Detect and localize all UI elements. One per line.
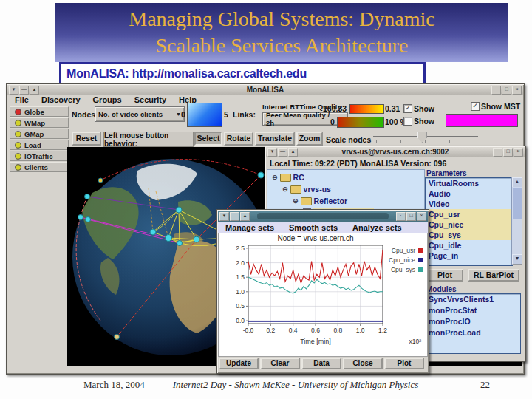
parameter-item-video[interactable]: Video: [426, 199, 512, 209]
tree-node-label: Reflector: [314, 197, 348, 205]
chart-menu-analyze-sets[interactable]: Analyze sets: [352, 223, 402, 232]
window-menu-icon[interactable]: ▾: [267, 148, 277, 157]
scroll-down-icon[interactable]: ▼: [512, 254, 522, 265]
tree-node-reflector[interactable]: ⊖Reflector: [267, 195, 424, 207]
window-menu-icon[interactable]: ▾: [9, 86, 18, 95]
chart-menu-smooth-sets[interactable]: Smooth sets: [289, 223, 338, 232]
show-mst-label: Show MST: [481, 102, 520, 111]
quality2-show-checkbox[interactable]: [403, 117, 412, 126]
window-minimize-icon[interactable]: —: [230, 212, 239, 221]
parameter-item-audio[interactable]: Audio: [426, 188, 512, 199]
rl-barplot-button[interactable]: RL BarPlot: [468, 269, 519, 282]
mode-zoom-button[interactable]: Zoom: [296, 132, 323, 146]
folder-icon: [290, 185, 301, 194]
tree-toggle-icon[interactable]: ⊖: [272, 174, 278, 181]
iconify-icon[interactable]: ·: [396, 212, 406, 221]
window-maximize-icon[interactable]: ▴: [30, 86, 39, 95]
window-maximize-icon[interactable]: ▴: [240, 212, 250, 221]
window-maximize-icon[interactable]: ▴: [288, 148, 298, 157]
tree-toggle-icon[interactable]: ⊖: [293, 197, 299, 205]
scrollbar-thumb[interactable]: [512, 187, 522, 219]
quality1-color-scale: [349, 104, 384, 114]
module-item-syncvrvsclients1[interactable]: SyncVrvsClients1: [426, 294, 520, 305]
menu-file[interactable]: File: [15, 95, 29, 104]
links-dropdown[interactable]: Peer Mean quality / 2h ▼: [262, 112, 348, 126]
parameter-item-cpu_usr[interactable]: Cpu_usr: [426, 209, 512, 219]
chart-data-button[interactable]: Data: [301, 358, 341, 369]
chart-menu-manage-sets[interactable]: Manage sets: [225, 223, 274, 232]
close-icon[interactable]: ×: [512, 86, 522, 95]
view-tab-wmap[interactable]: WMap: [10, 117, 69, 128]
svg-text:1.0: 1.0: [356, 327, 365, 334]
scroll-up-icon[interactable]: ▲: [512, 177, 522, 188]
restore-icon[interactable]: □: [406, 212, 416, 221]
mode-translate-button[interactable]: Translate: [255, 132, 295, 146]
tree-toggle-icon[interactable]: ⊖: [282, 185, 288, 193]
svg-text:-0.0: -0.0: [243, 327, 254, 334]
slider-thumb[interactable]: [417, 132, 427, 143]
parameters-list: VirtualRoomsAudioVideoCpu_usrCpu_niceCpu…: [425, 177, 513, 266]
restore-icon[interactable]: □: [503, 148, 513, 157]
mode-rotate-button[interactable]: Rotate: [224, 132, 253, 146]
module-item-monprocload[interactable]: monProcLoad: [426, 327, 520, 338]
nodes-dropdown[interactable]: No. of video clients ▼: [95, 106, 185, 122]
window-minimize-icon[interactable]: —: [19, 86, 29, 95]
view-tab-clients[interactable]: Clients: [10, 162, 69, 172]
view-tab-gmap[interactable]: GMap: [10, 129, 69, 139]
chart-update-button[interactable]: Update: [219, 358, 259, 369]
footer-credit: Internet2 Day - Shawn McKee - University…: [133, 379, 458, 391]
show-mst-checkbox[interactable]: ✓: [471, 102, 480, 111]
iconify-icon[interactable]: ·: [493, 148, 502, 157]
svg-text:2.0: 2.0: [236, 259, 245, 267]
mst-color-bar: [446, 114, 518, 127]
nodes-scale-min: 0: [181, 110, 185, 119]
chart-clear-button[interactable]: Clear: [260, 358, 300, 369]
scale-nodes-label: Scale nodes: [326, 135, 371, 144]
window-minimize-icon[interactable]: —: [278, 148, 287, 157]
chart-close-button[interactable]: Close: [343, 358, 383, 369]
dropdown-arrow-icon: ▼: [176, 112, 181, 117]
footer-page-number: 22: [480, 379, 490, 391]
links-dropdown-value: Peer Mean quality / 2h: [266, 111, 339, 127]
view-tab-label: Load: [24, 141, 41, 149]
quality2-min: 0: [330, 117, 335, 126]
svg-text:Cpu_nice: Cpu_nice: [389, 256, 415, 264]
service-window-titlebar[interactable]: ▾ — ▴ vrvs-us@vrvs-us.cern.ch:9002 · □ ×: [266, 147, 525, 157]
menu-security[interactable]: Security: [134, 95, 166, 104]
led-status-icon: [15, 131, 21, 137]
close-icon[interactable]: ×: [514, 148, 523, 157]
view-tab-iotraffic[interactable]: IOTraffic: [10, 151, 69, 161]
tree-node-rc[interactable]: ⊖RC: [267, 171, 424, 183]
iconify-icon[interactable]: ·: [491, 86, 501, 95]
chart-window-titlebar[interactable]: ▾ — ▴ · □ ×: [218, 211, 428, 222]
mode-select-button[interactable]: Select: [194, 132, 222, 146]
parameter-item-page_in[interactable]: Page_in: [426, 250, 512, 261]
module-item-monprocio[interactable]: monProcIO: [426, 316, 520, 327]
parameter-item-cpu_idle[interactable]: Cpu_idle: [426, 240, 512, 250]
plot-button[interactable]: Plot: [426, 269, 463, 282]
window-menu-icon[interactable]: ▾: [219, 212, 229, 221]
menu-discovery[interactable]: Discovery: [41, 95, 81, 104]
parameters-scrollbar[interactable]: ▲ ▼: [511, 177, 522, 265]
view-tab-globe[interactable]: Globe: [10, 106, 69, 117]
menu-groups[interactable]: Groups: [93, 95, 122, 104]
quality1-show-checkbox[interactable]: ✓: [403, 104, 412, 113]
parameters-label: Parameters: [426, 169, 466, 177]
view-tab-label: IOTraffic: [24, 152, 53, 160]
slide-title-line2: Scalable Services Architecture: [155, 33, 408, 59]
svg-text:0.5: 0.5: [236, 302, 245, 310]
parameter-item-virtualrooms[interactable]: VirtualRooms: [426, 178, 512, 188]
folder-icon: [301, 197, 312, 205]
svg-text:Cpu_sys: Cpu_sys: [391, 266, 415, 273]
close-icon[interactable]: ×: [417, 212, 426, 221]
parameter-item-cpu_nice[interactable]: Cpu_nice: [426, 219, 512, 230]
chart-plot-button[interactable]: Plot: [384, 358, 424, 369]
scale-nodes-slider[interactable]: [372, 132, 480, 145]
restore-icon[interactable]: □: [502, 86, 511, 95]
slide-title: Managing Global Systems: Dynamic Scalabl…: [55, 3, 508, 62]
tree-node-vrvs-us[interactable]: ⊖vrvs-us: [267, 183, 424, 195]
parameter-item-cpu_sys[interactable]: Cpu_sys: [426, 230, 512, 240]
reset-button[interactable]: Reset: [72, 132, 101, 146]
module-item-monprocstat[interactable]: monProcStat: [426, 305, 520, 316]
view-tab-load[interactable]: Load: [10, 140, 69, 150]
